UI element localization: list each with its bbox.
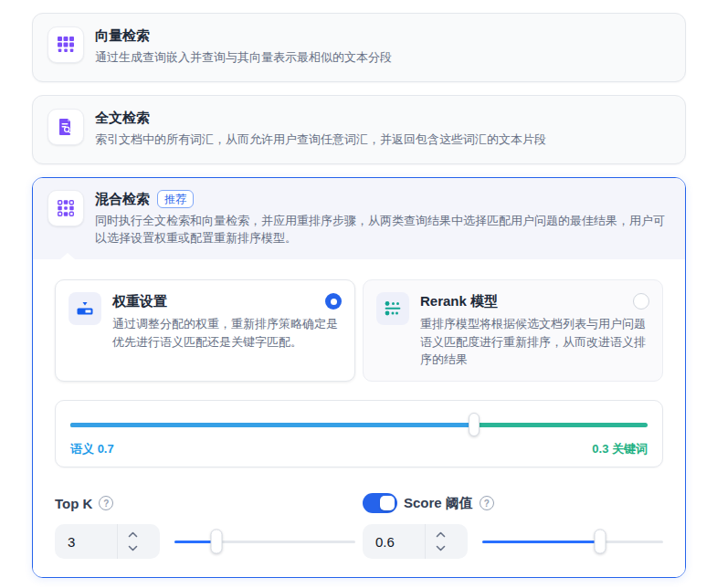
hybrid-header: 混合检索 推荐 同时执行全文检索和向量检索，并应用重排序步骤，从两类查询结果中选… [33, 178, 685, 259]
score-threshold-section: Score 阈值 ? [363, 493, 663, 559]
weight-slider-handle[interactable] [469, 413, 480, 436]
option-hybrid-search[interactable]: 混合检索 推荐 同时执行全文检索和向量检索，并应用重排序步骤，从两类查询结果中选… [32, 177, 686, 578]
selection-notch [60, 253, 75, 259]
score-threshold-label: Score 阈值 [404, 495, 473, 512]
option-text: 全文检索 索引文档中的所有词汇，从而允许用户查询任意词汇，并返回包含这些词汇的文… [95, 109, 546, 148]
option-vector-search[interactable]: 向量检索 通过生成查询嵌入并查询与其向量表示最相似的文本分段 [32, 13, 686, 82]
score-threshold-stepper [425, 524, 456, 559]
document-search-icon [47, 109, 84, 145]
score-threshold-input[interactable] [363, 524, 425, 559]
vector-grid-icon [47, 26, 84, 63]
top-k-input[interactable] [55, 524, 117, 559]
top-k-label: Top K [55, 496, 92, 511]
option-description: 同时执行全文检索和向量检索，并应用重排序步骤，从两类查询结果中选择匹配用户问题的… [95, 212, 670, 247]
params-row: Top K ? [55, 493, 663, 559]
weight-slider-track[interactable] [70, 412, 648, 437]
option-title: 向量检索 [95, 26, 392, 45]
weight-slider-card: 语义 0.7 0.3 关键词 [55, 400, 663, 467]
top-k-decrement-button[interactable] [124, 543, 142, 554]
retrieval-settings-panel: 向量检索 通过生成查询嵌入并查询与其向量表示最相似的文本分段 全文检索 索引文档… [32, 0, 686, 588]
score-threshold-slider[interactable] [482, 529, 663, 554]
semantic-weight-label: 语义 0.7 [70, 441, 114, 457]
weight-labels: 语义 0.7 0.3 关键词 [70, 441, 648, 457]
option-title: 全文检索 [95, 109, 546, 127]
mode-title: Rerank 模型 [420, 292, 633, 310]
top-k-input-box [55, 524, 160, 559]
rerank-mode-row: 权重设置 通过调整分配的权重，重新排序策略确定是优先进行语义匹配还是关键字匹配。 [55, 279, 663, 382]
mode-card-weight-settings[interactable]: 权重设置 通过调整分配的权重，重新排序策略确定是优先进行语义匹配还是关键字匹配。 [55, 279, 355, 382]
option-description: 索引文档中的所有词汇，从而允许用户查询任意词汇，并返回包含这些词汇的文本片段 [95, 131, 546, 148]
option-text: 向量检索 通过生成查询嵌入并查询与其向量表示最相似的文本分段 [95, 26, 392, 66]
weight-slider-icon [69, 292, 101, 325]
score-threshold-help-icon[interactable]: ? [480, 496, 494, 510]
option-text: 混合检索 推荐 同时执行全文检索和向量检索，并应用重排序步骤，从两类查询结果中选… [95, 190, 670, 247]
mode-description: 重排序模型将根据候选文档列表与用户问题语义匹配度进行重新排序，从而改进语义排序的… [420, 315, 649, 369]
top-k-section: Top K ? [55, 493, 355, 559]
mode-card-rerank-model[interactable]: Rerank 模型 重排序模型将根据候选文档列表与用户问题语义匹配度进行重新排序… [363, 279, 663, 382]
hybrid-grid-icon [47, 190, 84, 226]
option-title: 混合检索 [95, 190, 150, 208]
rerank-dots-icon [376, 292, 409, 325]
top-k-slider[interactable] [174, 529, 355, 554]
score-increment-button[interactable] [432, 530, 450, 541]
hybrid-title-row: 混合检索 推荐 [95, 190, 670, 208]
semantic-track-segment [70, 423, 474, 427]
option-fulltext-search[interactable]: 全文检索 索引文档中的所有词汇，从而允许用户查询任意词汇，并返回包含这些词汇的文… [32, 95, 686, 164]
option-description: 通过生成查询嵌入并查询与其向量表示最相似的文本分段 [95, 48, 392, 66]
rerank-model-radio[interactable] [633, 293, 649, 310]
score-decrement-button[interactable] [432, 543, 450, 554]
recommended-badge: 推荐 [157, 190, 194, 208]
top-k-stepper [117, 524, 148, 559]
weight-settings-radio[interactable] [325, 293, 342, 310]
top-k-increment-button[interactable] [124, 530, 142, 541]
mode-description: 通过调整分配的权重，重新排序策略确定是优先进行语义匹配还是关键字匹配。 [112, 315, 342, 351]
hybrid-settings-body: 权重设置 通过调整分配的权重，重新排序策略确定是优先进行语义匹配还是关键字匹配。 [33, 259, 685, 577]
keyword-weight-label: 0.3 关键词 [592, 441, 648, 457]
score-threshold-slider-handle[interactable] [594, 530, 606, 554]
top-k-help-icon[interactable]: ? [99, 496, 113, 510]
top-k-slider-handle[interactable] [210, 530, 222, 554]
mode-title: 权重设置 [112, 292, 325, 310]
score-threshold-input-box [363, 524, 468, 559]
score-threshold-toggle[interactable] [363, 493, 397, 513]
